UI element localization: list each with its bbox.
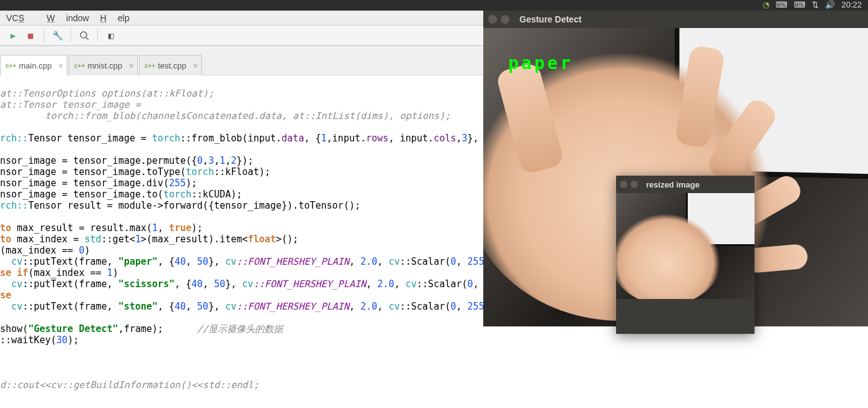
gesture-label: paper <box>508 53 573 74</box>
svg-line-1 <box>86 37 89 40</box>
window-titlebar[interactable]: resized image <box>616 176 755 193</box>
cpp-file-icon: c++ <box>74 62 85 69</box>
stop-icon[interactable]: ■ <box>24 29 37 42</box>
search-icon[interactable] <box>77 29 91 42</box>
window-close-icon[interactable] <box>488 15 497 24</box>
indicator-icon[interactable]: ◔ <box>763 0 769 9</box>
cpp-file-icon: c++ <box>6 62 16 69</box>
menu-window[interactable]: Window <box>47 13 89 23</box>
window-title: Gesture Detect <box>519 14 582 24</box>
window-titlebar[interactable]: Gesture Detect <box>483 11 868 28</box>
tab-label: test.cpp <box>158 61 186 70</box>
code-editor[interactable]: at::TensorOptions options(at::kFloat); a… <box>0 75 483 408</box>
window-close-icon[interactable] <box>620 181 627 188</box>
structure-icon[interactable]: ◧ <box>104 29 118 42</box>
tab-test[interactable]: c++ test.cpp × <box>139 55 202 76</box>
network-icon[interactable]: ⇅ <box>812 0 819 9</box>
keyboard-icon-2[interactable]: ⌨ <box>794 0 806 9</box>
resized-image-window: resized image <box>616 176 755 334</box>
close-icon[interactable]: × <box>193 62 198 70</box>
window-minimize-icon[interactable] <box>630 181 638 188</box>
tab-label: main.cpp <box>19 61 52 70</box>
tab-main[interactable]: c++ main.cpp × <box>0 55 67 76</box>
run-icon[interactable]: ▶ <box>6 29 20 42</box>
wrench-icon[interactable]: 🔧 <box>51 29 64 42</box>
clock[interactable]: 20:22 <box>841 0 862 9</box>
close-icon[interactable]: × <box>129 62 133 70</box>
cpp-file-icon: c++ <box>145 62 155 69</box>
window-title: resized image <box>646 180 700 189</box>
menu-help[interactable]: Help <box>100 13 130 23</box>
resized-feed <box>616 193 755 299</box>
close-icon[interactable]: × <box>59 62 63 70</box>
svg-point-0 <box>80 32 87 38</box>
system-topbar: ◔ ⌨ ⌨ ⇅ 🔊 20:22 <box>0 0 868 11</box>
menu-vcs[interactable]: VCS <box>6 13 36 23</box>
keyboard-icon[interactable]: ⌨ <box>776 0 788 9</box>
tab-label: mnist.cpp <box>87 61 122 70</box>
volume-icon[interactable]: 🔊 <box>825 0 835 9</box>
tab-mnist[interactable]: c++ mnist.cpp × <box>69 55 138 76</box>
window-minimize-icon[interactable] <box>501 15 509 24</box>
